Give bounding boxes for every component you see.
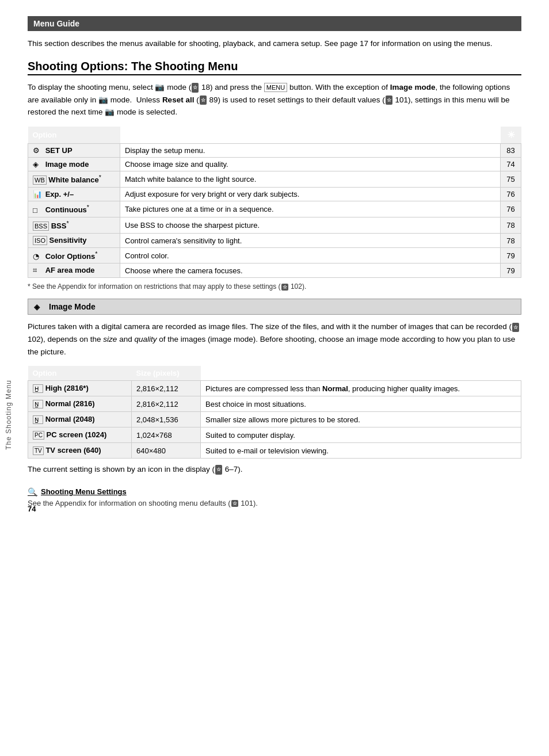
camera-icon-3: 📷 [105,108,115,116]
desc-af: Choose where the camera focuses. [120,264,501,278]
page-af: 79 [501,264,521,278]
desc-tv: Suited to e-mail or television viewing. [201,443,521,459]
continuous-icon: □ [33,206,43,215]
af-icon: ⌗ [33,266,43,275]
desc-continuous: Take pictures one at a time or in a sequ… [120,201,501,217]
hq-icon: H̲ [33,384,43,393]
option-normal2048: N̲ Normal (2048) [28,412,132,427]
table-row: ISO Sensitivity Control camera's sensiti… [28,234,521,248]
size-normal2048: 2,048×1,536 [132,412,201,427]
image-mode-icon: ◈ [33,160,43,169]
option-high: H̲ High (2816*) [28,381,132,396]
table-row: N̲ Normal (2816) 2,816×2,112 Best choice… [28,396,521,412]
desc-color: Control color. [120,248,501,264]
size-pc: 1,024×768 [132,427,201,443]
option-image-mode: ◈ Image mode [28,158,120,171]
option-wb: WB White balance* [28,171,120,188]
pc-icon: PC [33,431,44,440]
page-wb: 75 [501,171,521,188]
shooting-menu-settings-section: 🔍 Shooting Menu Settings See the Appendi… [28,487,521,507]
bss-icon: BSS [33,222,49,231]
table-row: TV TV screen (640) 640×480 Suited to e-m… [28,443,521,459]
option-bss: BSS BSS* [28,217,120,233]
desc-image-mode: Choose image size and quality. [120,158,501,171]
camera-icon-2: 📷 [98,96,108,104]
page-color: 79 [501,248,521,264]
image-mode-section-header: ◈ Image Mode [28,299,521,315]
page-sensitivity: 78 [501,234,521,248]
desc-setup: Display the setup menu. [120,144,501,158]
shooting-settings-link-text: Shooting Menu Settings [41,487,127,496]
desc-wb: Match white balance to the light source. [120,171,501,188]
shooting-options-body: To display the shooting menu, select 📷 m… [28,81,521,119]
image-mode-header-label: Image Mode [49,302,96,311]
page-number: 74 [28,505,36,513]
page-continuous: 76 [501,201,521,217]
wb-icon: WB [33,175,47,185]
option-exp: 📊 Exp. +/– [28,188,120,201]
size-high: 2,816×2,112 [132,381,201,396]
table-row: 📊 Exp. +/– Adjust exposure for very brig… [28,188,521,201]
ref-icon-67: ☆ [215,465,222,474]
size-normal2816: 2,816×2,112 [132,396,201,412]
option-setup: ⚙ SET UP [28,144,120,158]
search-icon: 🔍 [28,487,37,497]
option-tv: TV TV screen (640) [28,443,132,459]
current-setting-text: The current setting is shown by an icon … [28,463,521,476]
option-pc: PC PC screen (1024) [28,427,132,443]
option-sensitivity: ISO Sensitivity [28,234,120,248]
desc-normal2048: Smaller size allows more pictures to be … [201,412,521,427]
ref-icon-102a: ☆ [281,284,288,291]
exp-icon: 📊 [33,190,43,198]
ref-icon-101: ☆ [386,96,392,105]
camera-icon: 📷 [155,83,165,91]
ref-icon-18: ☆ [192,83,199,92]
shooting-settings-note: See the Appendix for information on shoo… [28,499,521,507]
image-mode-table: Option Size (pixels) Description H̲ High… [28,366,521,459]
table-row: WB White balance* Match white balance to… [28,171,521,188]
page-bss: 78 [501,217,521,233]
menu-guide-header: Menu Guide [28,16,521,31]
page-exp: 76 [501,188,521,201]
nm2048-icon: N̲ [33,415,43,424]
table-row: BSS BSS* Use BSS to choose the sharpest … [28,217,521,233]
page-image-mode: 74 [501,158,521,171]
desc-normal2816: Best choice in most situations. [201,396,521,412]
ref-icon-102b: ☆ [512,323,519,332]
shooting-table-footnote: * See the Appendix for information on re… [28,282,521,291]
table-row: PC PC screen (1024) 1,024×768 Suited to … [28,427,521,443]
reset-all-bold: Reset all [162,96,195,104]
desc-exp: Adjust exposure for very bright or very … [120,188,501,201]
size-italic: size [103,335,117,343]
desc-bss: Use BSS to choose the sharpest picture. [120,217,501,233]
nm2816-icon: N̲ [33,400,43,408]
img-col-header-size: Size (pixels) [132,366,201,381]
size-tv: 640×480 [132,443,201,459]
tv-icon: TV [33,446,44,455]
shooting-options-title: Shooting Options: The Shooting Menu [28,60,521,75]
col-header-option: Option [28,127,120,144]
img-col-header-option: Option [28,366,132,381]
img-col-header-desc: Description [201,366,521,381]
shooting-options-table: Option Description ☀ ⚙ SET UP Display th… [28,127,521,278]
table-row: N̲ Normal (2048) 2,048×1,536 Smaller siz… [28,412,521,427]
desc-high: Pictures are compressed less than Normal… [201,381,521,396]
image-mode-bold: Image mode [390,83,436,91]
desc-sensitivity: Control camera's sensitivity to light. [120,234,501,248]
image-mode-header-icon: ◈ [34,303,44,311]
intro-text: This section describes the menus availab… [28,38,521,49]
image-mode-body: Pictures taken with a digital camera are… [28,320,521,358]
col-header-desc: Description [120,127,501,144]
ref-icon-89: ☆ [200,96,207,105]
color-icon: ◔ [33,252,43,261]
quality-italic: quality [134,335,157,343]
option-continuous: □ Continuous* [28,201,120,217]
shooting-settings-link[interactable]: 🔍 Shooting Menu Settings [28,487,521,497]
ref-icon-101b: ☆ [231,500,238,507]
menu-button-icon: MENU [264,83,287,92]
setup-icon: ⚙ [33,146,43,155]
table-row: ⌗ AF area mode Choose where the camera f… [28,264,521,278]
option-normal2816: N̲ Normal (2816) [28,396,132,412]
table-row: H̲ High (2816*) 2,816×2,112 Pictures are… [28,381,521,396]
table-row: ⚙ SET UP Display the setup menu. 83 [28,144,521,158]
